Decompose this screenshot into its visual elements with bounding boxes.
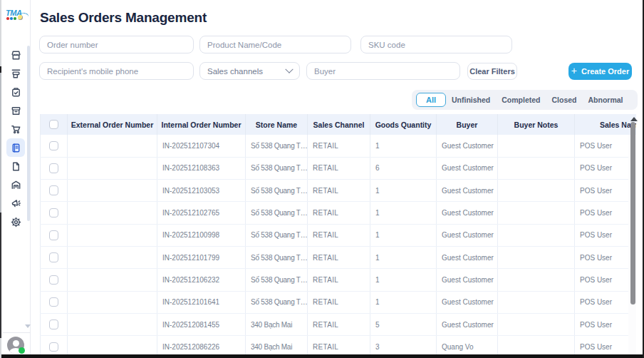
row-checkbox[interactable] [49,319,59,329]
sidebar-item-gear[interactable] [6,213,25,231]
tab-closed[interactable]: Closed [546,96,583,104]
sidebar-item-document[interactable] [6,157,25,175]
tab-all[interactable]: All [416,93,446,107]
cell-store: 340 Bạch Mai [246,313,308,335]
cell-sales_name: POS User [575,269,637,291]
sidebar-item-megaphone[interactable] [6,194,25,213]
window-left-edge-segment [0,73,1,213]
table-row: IN-202512102765Số 538 Quang T…RETAIL1Gue… [41,202,637,224]
select-all-checkbox[interactable] [49,120,59,130]
table-row: IN-202512081455340 Bạch MaiRETAIL5Guest … [41,313,637,335]
cell-channel: RETAIL [308,291,370,313]
cell-internal: IN-202512106232 [157,269,246,291]
row-checkbox-cell [41,224,68,246]
cell-buyer: Guest Customer [437,224,498,246]
column-header: Sales Channel [308,114,370,135]
row-checkbox[interactable] [49,275,59,285]
main-content: Sales Orders Management Sales channels C… [31,0,636,354]
cell-internal: IN-202512101641 [157,291,246,313]
row-checkbox[interactable] [49,230,59,240]
cell-store: Số 538 Quang T… [246,135,308,157]
cell-notes [498,180,575,202]
table-scroll-up-icon[interactable] [630,117,638,121]
plus-icon: + [571,66,577,76]
sidebar-scrollbar-thumb[interactable] [27,46,30,221]
cell-notes [498,269,575,291]
sidebar-item-warehouse[interactable] [6,175,25,194]
logo-dot-red [6,17,9,20]
row-checkbox[interactable] [49,185,59,195]
cell-external [68,224,157,246]
row-checkbox[interactable] [49,297,59,307]
cell-external [68,313,157,335]
row-checkbox[interactable] [49,141,59,151]
logo-dot-green [14,17,16,20]
cell-internal: IN-202512108363 [157,157,246,179]
row-checkbox[interactable] [49,208,59,218]
cell-qty: 1 [370,202,437,224]
header-checkbox-cell [41,114,68,135]
cell-notes [498,135,575,157]
row-checkbox-cell [41,246,68,268]
row-checkbox[interactable] [49,342,59,352]
window-left-edge-segment [0,213,1,338]
orders-table: External Order NumberInternal Order Numb… [40,114,636,354]
column-header: Buyer [437,114,498,135]
table-row: IN-202512106232Số 538 Quang T…RETAIL1Gue… [41,269,637,291]
order-number-input[interactable] [39,36,194,53]
app-window: TMA Sales Orders Management Sale [0,0,644,358]
archive-box-icon [10,105,22,117]
recipient-mobile-phone-input[interactable] [39,62,194,80]
cell-external [68,202,157,224]
chevron-down-icon [285,65,293,73]
table-scrollbar-thumb[interactable] [630,122,635,305]
shopping-cart-icon [10,123,22,135]
order-book-icon [10,142,22,154]
column-header: Buyer Notes [498,114,575,135]
cell-external [68,180,157,202]
cell-internal: IN-202512086226 [157,336,246,354]
cell-notes [498,291,575,313]
cell-notes [498,336,575,354]
cell-store: Số 538 Quang T… [246,246,308,268]
tma-logo[interactable]: TMA [6,6,27,24]
cell-store: Số 538 Quang T… [246,291,308,313]
clear-filters-button[interactable]: Clear Filters [467,63,517,80]
sidebar-scroll-down-icon[interactable] [25,324,31,328]
cell-channel: RETAIL [308,202,370,224]
tab-abnormal[interactable]: Abnormal [583,96,629,104]
product-name-code-input[interactable] [199,36,351,53]
cell-buyer: Guest Customer [437,269,498,291]
tma-logo-dots [6,17,16,20]
pos-register-icon [10,68,22,80]
cell-channel: RETAIL [308,157,370,179]
cell-qty: 6 [370,157,437,179]
row-checkbox-cell [41,157,68,179]
cell-internal: IN-202512102765 [157,202,246,224]
row-checkbox[interactable] [49,163,59,173]
create-order-button[interactable]: + Create Order [568,63,632,80]
sidebar-item-clipboard-check[interactable] [6,83,25,101]
sales-channels-select-label: Sales channels [207,67,263,76]
sidebar-item-shopping-cart[interactable] [6,120,25,138]
tab-unfinished[interactable]: Unfinished [446,96,496,104]
document-icon [10,160,22,173]
sidebar-item-storefront[interactable] [6,46,25,64]
sidebar-item-pos-register[interactable] [6,64,25,83]
cell-sales_name: POS User [575,336,637,354]
sales-channels-select[interactable]: Sales channels [199,62,300,80]
sidebar-item-order-book[interactable] [6,138,25,157]
table-row: IN-202512101799Số 538 Quang T…RETAIL1Gue… [41,246,637,268]
sidebar-item-archive-box[interactable] [6,101,25,120]
cell-store: Số 538 Quang T… [246,269,308,291]
cell-store: Số 538 Quang T… [246,180,308,202]
tab-completed[interactable]: Completed [496,96,546,104]
cell-buyer: Guest Customer [437,135,498,157]
cell-qty: 1 [370,224,437,246]
sku-code-input[interactable] [360,36,512,53]
row-checkbox[interactable] [49,252,59,262]
buyer-input[interactable] [306,62,460,80]
cell-channel: RETAIL [308,180,370,202]
cell-sales_name: POS User [575,291,637,313]
cell-qty: 1 [370,291,437,313]
